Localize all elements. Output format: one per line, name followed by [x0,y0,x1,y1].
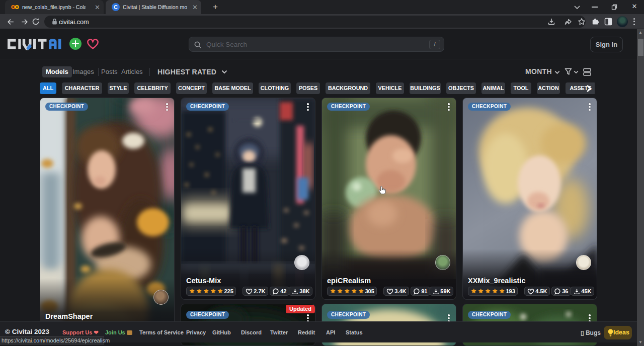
svg-text:C: C [114,4,118,10]
